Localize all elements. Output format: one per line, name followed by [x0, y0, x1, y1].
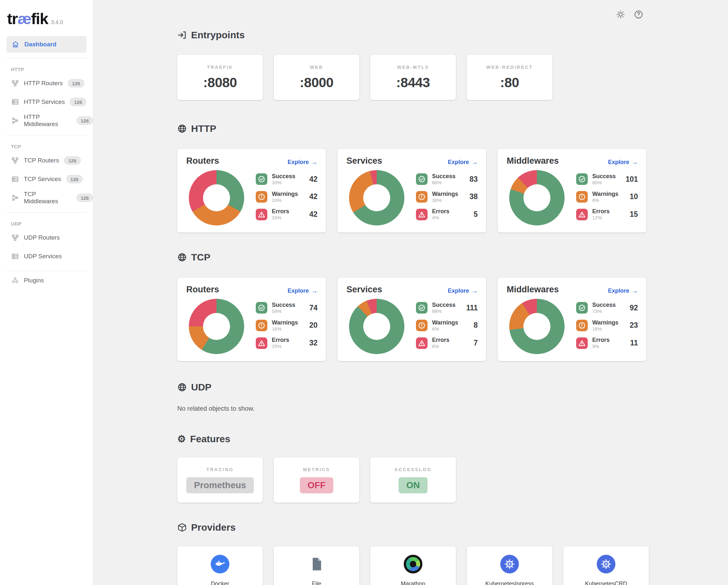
explore-link[interactable]: Explore→ — [608, 287, 638, 295]
stat-percent: 33% — [272, 180, 295, 185]
sidebar-item-http-routers[interactable]: HTTP Routers 126 — [0, 74, 93, 92]
arrow-right-icon: → — [311, 159, 317, 166]
sidebar-item-dashboard[interactable]: Dashboard — [6, 36, 86, 53]
donut-chart — [189, 170, 244, 225]
theme-toggle-sun-icon[interactable] — [615, 9, 626, 20]
legend-row-warnings: Warnings6% 8 — [416, 320, 478, 331]
sidebar-item-tcp-middlewares[interactable]: TCP Middlewares 126 — [0, 188, 93, 207]
explore-link[interactable]: Explore→ — [288, 287, 317, 295]
section-title: Features — [190, 433, 230, 445]
error-triangle-icon — [256, 337, 267, 349]
stat-value: 10 — [629, 192, 638, 201]
donut-chart — [189, 299, 244, 354]
router-tree-icon — [11, 157, 19, 164]
feature-name: METRICS — [303, 467, 330, 472]
router-tree-icon — [11, 234, 19, 241]
sidebar-item-udp-routers[interactable]: UDP Routers — [0, 228, 93, 247]
entrypoint-name: WEB — [310, 64, 323, 70]
marathon-icon — [404, 555, 422, 574]
feature-card-tracing: TRACING Prometheus — [177, 457, 263, 503]
stat-label: Warnings — [592, 320, 618, 326]
sidebar-divider — [6, 58, 87, 58]
error-triangle-icon — [576, 337, 588, 349]
http-middlewares-card: Middlewares Explore→ Success80% 101 Warn… — [498, 149, 646, 233]
stat-value: 8 — [473, 321, 478, 330]
stat-label: Errors — [272, 208, 289, 214]
explore-link[interactable]: Explore→ — [288, 159, 317, 166]
success-check-icon — [256, 302, 267, 314]
globe-icon — [177, 382, 187, 392]
tcp-middlewares-card: Middlewares Explore→ Success73% 92 Warni… — [498, 277, 646, 361]
entrypoint-name: TRAEFIK — [207, 64, 233, 70]
stat-label: Success — [432, 302, 456, 308]
kubernetes-helm-icon — [500, 555, 519, 574]
legend-row-errors: Errors12% 15 — [576, 208, 638, 220]
explore-link[interactable]: Explore→ — [448, 159, 478, 166]
entrypoint-port: :80 — [500, 75, 519, 90]
sidebar-item-label: HTTP Routers — [24, 80, 63, 87]
stat-value: 101 — [626, 175, 638, 184]
stat-label: Errors — [432, 208, 449, 214]
card-title: Middlewares — [507, 156, 559, 166]
explore-link[interactable]: Explore→ — [608, 159, 638, 166]
arrow-right-icon: → — [631, 159, 638, 166]
http-routers-card: Routers Explore→ Success33% 42 Warnings3… — [177, 149, 326, 233]
sidebar-item-tcp-services[interactable]: TCP Services 126 — [0, 170, 93, 188]
topbar — [615, 9, 644, 20]
file-icon — [307, 555, 326, 574]
stat-percent: 4% — [432, 215, 449, 220]
sidebar-item-udp-services[interactable]: UDP Services — [0, 247, 93, 266]
explore-label: Explore — [448, 288, 469, 294]
stat-value: 15 — [629, 210, 638, 219]
entrypoint-card-web-redirect: WEB-REDIRECT :80 — [467, 55, 552, 100]
help-question-icon[interactable] — [633, 9, 644, 20]
sidebar-item-label: HTTP Services — [24, 99, 64, 105]
legend-row-success: Success80% 101 — [576, 174, 638, 185]
tcp-header: TCP — [177, 252, 728, 263]
section-title: Providers — [191, 522, 235, 533]
sidebar-item-http-services[interactable]: HTTP Services 126 — [0, 92, 93, 111]
sidebar-item-label: TCP Routers — [24, 157, 59, 164]
feature-name: TRACING — [207, 467, 234, 472]
entrypoint-name: WEB-MTLS — [397, 64, 429, 70]
sidebar-item-http-middlewares[interactable]: HTTP Middlewares 126 — [0, 111, 93, 130]
app-version: 3.4.0 — [51, 19, 63, 26]
app-logo: træfik 3.4.0 — [0, 0, 93, 28]
legend-row-warnings: Warnings30% 38 — [416, 191, 478, 203]
sidebar: træfik 3.4.0 Dashboard HTTP HTTP Routers… — [0, 0, 93, 585]
sidebar-item-tcp-routers[interactable]: TCP Routers 126 — [0, 151, 93, 170]
provider-label: KubernetesIngress — [485, 581, 534, 585]
sidebar-section-tcp: TCP — [11, 144, 93, 149]
legend-row-errors: Errors33% 42 — [256, 208, 317, 220]
sidebar-section-http: HTTP — [11, 67, 93, 72]
stat-label: Errors — [272, 337, 289, 343]
legend-row-success: Success73% 92 — [576, 302, 638, 314]
explore-label: Explore — [448, 159, 469, 166]
success-check-icon — [416, 174, 427, 185]
entrypoints-header: Entrypoints — [177, 30, 728, 41]
stat-percent: 6% — [432, 344, 449, 349]
stat-label: Success — [272, 174, 295, 180]
legend: Success80% 101 Warnings8% 10 Errors12% 1… — [576, 174, 638, 220]
legend-row-warnings: Warnings8% 10 — [576, 191, 638, 203]
stat-label: Errors — [432, 337, 449, 343]
tcp-routers-card: Routers Explore→ Success59% 74 Warnings1… — [177, 277, 326, 361]
explore-link[interactable]: Explore→ — [448, 287, 478, 295]
entrypoint-name: WEB-REDIRECT — [487, 64, 533, 70]
http-header: HTTP — [177, 123, 728, 134]
stat-percent: 59% — [272, 309, 295, 314]
stat-value: 23 — [629, 321, 638, 330]
success-check-icon — [256, 174, 267, 185]
explore-label: Explore — [608, 288, 629, 294]
service-list-icon — [11, 253, 19, 260]
feature-card-metrics: METRICS OFF — [274, 457, 359, 503]
entrypoint-port: :8080 — [203, 75, 237, 90]
login-arrow-icon — [177, 30, 187, 40]
plugins-cubes-icon — [11, 277, 19, 284]
sidebar-item-label: Dashboard — [24, 41, 56, 48]
provider-label: KubernetesCRD — [585, 581, 627, 585]
sidebar-item-plugins[interactable]: Plugins — [0, 271, 93, 290]
donut-chart — [349, 170, 405, 225]
count-badge: 126 — [77, 116, 93, 125]
providers-header: Providers — [177, 522, 728, 533]
